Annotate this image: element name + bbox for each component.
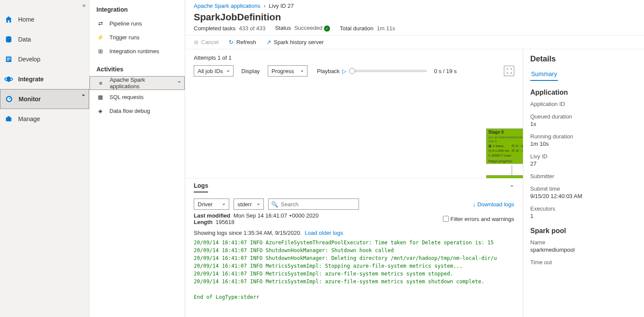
submit-time-value: 9/15/20 12:40:03 AM (530, 193, 637, 199)
duration-label: Total duration (340, 25, 373, 32)
timeout-label: Time out (530, 259, 637, 266)
status-label: Status (275, 25, 291, 31)
log-search-input[interactable] (281, 201, 356, 208)
nav-integrate-label: Integrate (18, 76, 44, 83)
length-label: Length (194, 219, 212, 225)
logs-panel: Logs ⌃ Driver stderr 🔍 ↓Download logs La… (185, 178, 523, 317)
search-icon: 🔍 (271, 201, 278, 208)
submitter-label: Submitter (530, 173, 637, 179)
tasks-label: Completed tasks (194, 25, 236, 32)
svg-rect-9 (6, 117, 12, 121)
home-icon (4, 15, 13, 24)
livy-value: 27 (530, 160, 637, 167)
application-header: Application (530, 89, 637, 96)
database-icon (4, 35, 13, 44)
executors-label: Executors (530, 205, 637, 212)
submit-time-label: Submit time (530, 186, 637, 192)
develop-icon (4, 55, 13, 64)
download-icon: ↓ (473, 201, 476, 208)
nav-data[interactable]: Data (0, 29, 89, 49)
sparkpool-header: Spark pool (530, 227, 637, 235)
breadcrumb-link[interactable]: Apache Spark applications (194, 3, 260, 9)
sql-icon: ▦ (96, 94, 104, 100)
log-stream-select[interactable]: stderr (234, 199, 264, 210)
playback-slider[interactable] (349, 70, 427, 72)
play-button[interactable]: ▷ (342, 68, 346, 74)
svg-rect-10 (7, 116, 10, 118)
filter-errors-checkbox[interactable]: Filter errors and warnings (443, 212, 514, 225)
nav-home[interactable]: Home (0, 10, 89, 29)
queued-value: 1s (530, 121, 637, 127)
external-link-icon: ↗ (266, 39, 271, 45)
display-label: Display (241, 68, 260, 74)
collapse-logs-button[interactable]: ⌃ (509, 184, 514, 191)
nav-data-flow-debug[interactable]: ◈Data flow debug (90, 104, 185, 118)
logs-tab[interactable]: Logs (194, 182, 208, 192)
fit-button[interactable]: ⛶ (504, 66, 514, 76)
running-value: 1m 10s (530, 141, 637, 147)
nav-develop[interactable]: Develop (0, 49, 89, 69)
appid-label: Application ID (530, 101, 637, 107)
manage-icon (4, 115, 13, 123)
nav-integration-runtimes[interactable]: ⊞Integration runtimes (90, 44, 185, 58)
success-icon: ✓ (324, 26, 330, 32)
executors-value: 1 (530, 213, 637, 219)
refresh-button[interactable]: ↻Refresh (229, 39, 256, 45)
pool-name-value: sparkmediumpool (530, 247, 637, 253)
graph-header: Attempts 1 of 1 (185, 49, 523, 65)
breadcrumb-separator: › (264, 3, 266, 9)
download-logs-button[interactable]: ↓Download logs (473, 201, 514, 208)
integration-header: Integration (90, 4, 185, 16)
log-search[interactable]: 🔍 (268, 199, 359, 210)
pool-name-label: Name (530, 239, 637, 246)
length-value: 195618 (216, 219, 234, 225)
left-nav: « Home Data Develop Integrate Monitor Ma… (0, 0, 90, 317)
runtime-icon: ⊞ (96, 48, 104, 54)
playback-time: 0 s / 19 s (434, 68, 457, 74)
breadcrumb-current: Livy ID 27 (269, 3, 294, 9)
details-title: Details (530, 54, 637, 64)
nav-sql-requests[interactable]: ▦SQL requests (90, 90, 185, 104)
nav-manage[interactable]: Manage (0, 109, 89, 129)
nav-monitor[interactable]: Monitor (0, 89, 89, 109)
toolbar: ⊘Cancel ↻Refresh ↗Spark history server (185, 35, 644, 49)
tasks-value: 433 of 433 (239, 25, 265, 32)
summary-tab[interactable]: Summary (530, 68, 558, 81)
svg-rect-2 (7, 58, 11, 58)
page-title: SparkJobDefinition (185, 11, 644, 25)
monitor-icon (5, 95, 13, 103)
activities-header: Activities (90, 64, 185, 76)
spark-icon: ≡ (97, 80, 105, 86)
load-older-link[interactable]: Load older logs (305, 230, 343, 236)
nav-manage-label: Manage (18, 115, 40, 122)
log-body: 20/09/14 16:41:07 INFO AzureFileSystemTh… (185, 237, 523, 303)
playback-label: Playback (317, 68, 340, 74)
stage-card[interactable]: Stage 0csv at NativeMethodAccessor...Job… (486, 128, 523, 164)
svg-point-0 (6, 36, 12, 38)
log-source-select[interactable]: Driver (194, 199, 229, 210)
collapse-nav-button[interactable]: « (82, 2, 86, 9)
livy-label: Livy ID (530, 153, 637, 160)
pipeline-icon: ⇄ (96, 20, 104, 27)
queued-label: Queued duration (530, 113, 637, 120)
details-panel: Details Summary Application Application … (523, 49, 644, 317)
svg-point-6 (6, 77, 10, 82)
display-select[interactable]: Progress (268, 65, 308, 77)
nav-spark-applications[interactable]: ≡Apache Spark applications (90, 76, 185, 90)
lastmod-label: Last modified (194, 212, 231, 219)
job-id-select[interactable]: All job IDs (194, 65, 234, 77)
svg-rect-4 (7, 60, 9, 61)
nav-trigger-runs[interactable]: ⚡Trigger runs (90, 30, 185, 44)
running-label: Running duration (530, 133, 637, 140)
nav-integrate[interactable]: Integrate (0, 69, 89, 89)
dataflow-icon: ◈ (96, 108, 104, 114)
spark-history-button[interactable]: ↗Spark history server (266, 39, 324, 45)
stage-graph: Stage 2 (Skipped)csv at NativeMethodAcce… (185, 81, 523, 178)
attempts-label: Attempts 1 of 1 (194, 54, 231, 61)
main-content: Apache Spark applications › Livy ID 27 S… (185, 0, 644, 317)
showing-text: Showing logs since 1:35:34 AM, 9/15/2020… (194, 230, 301, 236)
trigger-icon: ⚡ (96, 34, 104, 41)
svg-rect-3 (7, 59, 11, 59)
nav-pipeline-runs[interactable]: ⇄Pipeline runs (90, 16, 185, 30)
nav-monitor-label: Monitor (19, 96, 41, 102)
